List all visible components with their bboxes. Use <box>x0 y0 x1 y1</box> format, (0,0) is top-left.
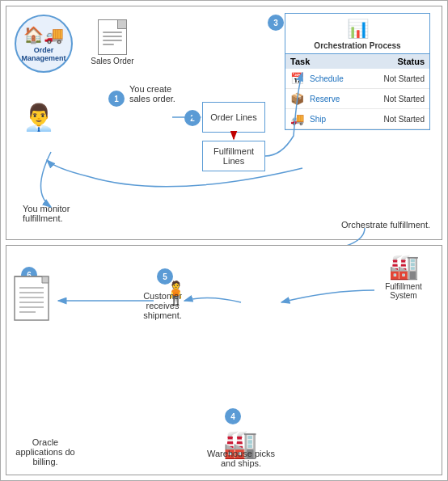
reserve-task-status: Not Started <box>383 95 425 103</box>
oracle-text: Oracle applications do billing. <box>13 437 78 466</box>
task-col-header: Task <box>290 57 357 66</box>
bottom-panel: 🏭 Fulfillment System 4 🏭 Warehouse picks… <box>6 245 442 475</box>
ship-task-status: Not Started <box>383 115 425 124</box>
oracle-billing-icon <box>13 275 55 322</box>
fulfillment-lines-label: Fulfillment Lines <box>203 146 264 166</box>
ship-task-name[interactable]: Ship <box>310 115 383 124</box>
status-col-header: Status <box>357 57 425 66</box>
reserve-task-name[interactable]: Reserve <box>310 95 383 103</box>
schedule-icon: 📅 <box>290 72 306 85</box>
order-mgmt-label: Order Management <box>16 46 71 62</box>
orch-icon: 📊 <box>347 19 369 40</box>
fulfillment-system-icon: 🏭 <box>389 252 419 281</box>
warehouse-text: Warehouse picks and ships. <box>201 449 281 468</box>
top-panel: 🏠🚚 Order Management Sales Order 3 📊 <box>6 6 442 240</box>
orch-table: Task Status 📅 Schedule Not Started 📦 Res… <box>285 54 429 129</box>
person-desk-icon: 👨‍💼 <box>23 102 55 133</box>
svg-marker-5 <box>42 276 49 283</box>
fulfillment-system-box: 🏭 Fulfillment System <box>372 252 435 300</box>
reserve-icon: 📦 <box>290 92 306 105</box>
order-mgmt-icon: 🏠🚚 <box>23 25 64 44</box>
customer-text: Customer receives shipment. <box>126 291 199 320</box>
orchestration-box: 📊 Orchestration Process Task Status 📅 Sc… <box>285 13 430 130</box>
orch-label: Orchestration Process <box>314 41 400 50</box>
orch-row-schedule: 📅 Schedule Not Started <box>285 69 429 89</box>
arrow-fs-warehouse <box>281 290 374 302</box>
order-lines-box: Order Lines <box>202 102 265 133</box>
schedule-task-status: Not Started <box>383 74 425 83</box>
arrow-person-monitor <box>41 152 52 207</box>
orch-row-reserve: 📦 Reserve Not Started <box>285 89 429 109</box>
step4-badge: 4 <box>225 408 241 424</box>
order-management-circle: 🏠🚚 Order Management <box>15 15 73 73</box>
step1-badge: 1 <box>108 91 125 107</box>
main-container: 🏠🚚 Order Management Sales Order 3 📊 <box>0 0 448 481</box>
schedule-task-name[interactable]: Schedule <box>310 74 383 83</box>
fulfillment-lines-box: Fulfillment Lines <box>202 141 265 171</box>
fulfillment-system-label: Fulfillment System <box>372 282 435 300</box>
orch-header: 📊 Orchestration Process <box>285 14 429 54</box>
ship-icon: 🚚 <box>290 112 306 125</box>
order-lines-label: Order Lines <box>210 112 256 122</box>
sales-order-icon <box>98 19 127 55</box>
step1-text: You create sales order. <box>129 84 194 103</box>
orch-row-ship: 🚚 Ship Not Started <box>285 109 429 129</box>
sales-order-label: Sales Order <box>91 57 133 65</box>
monitor-text: You monitor fulfillment. <box>23 204 95 223</box>
step3-badge: 3 <box>268 15 284 31</box>
step2-badge: 2 <box>184 110 201 126</box>
orch-table-header: Task Status <box>285 54 429 69</box>
sales-order-box: Sales Order <box>87 15 137 70</box>
